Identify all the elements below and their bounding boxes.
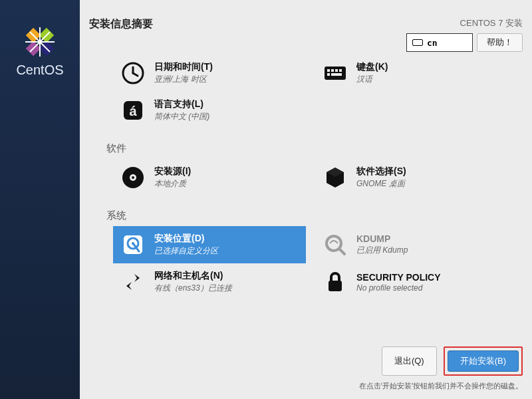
svg-text:á: á <box>129 104 137 118</box>
footer-buttons: 退出(Q) 开始安装(B) <box>382 346 523 376</box>
svg-rect-15 <box>339 69 342 72</box>
spoke-subtitle: 有线（ens33）已连接 <box>154 283 232 294</box>
header: 安装信息摘要 CENTOS 7 安装 cn 帮助！ <box>80 0 532 55</box>
centos-logo <box>23 25 57 59</box>
disc-icon <box>120 164 146 191</box>
spoke-install-source[interactable]: 安装源(I) 本地介质 <box>113 159 306 196</box>
spoke-datetime[interactable]: 日期和时间(T) 亚洲/上海 时区 <box>113 55 306 92</box>
keyboard-layout-indicator[interactable]: cn <box>406 33 473 52</box>
spoke-title: 日期和时间(T) <box>154 61 213 73</box>
spoke-title: 网络和主机名(N) <box>154 270 232 282</box>
footer: 退出(Q) 开始安装(B) 在点击'开始安装'按钮前我们并不会操作您的磁盘。 <box>359 346 523 391</box>
row-localization-2: á 语言支持(L) 简体中文 (中国) <box>113 92 523 129</box>
header-right: CENTOS 7 安装 cn 帮助！ <box>406 17 523 52</box>
spoke-software-selection[interactable]: 软件选择(S) GNOME 桌面 <box>315 159 508 196</box>
spoke-title: 软件选择(S) <box>356 166 406 178</box>
svg-rect-17 <box>331 73 342 76</box>
spoke-title: 安装位置(D) <box>154 233 218 245</box>
svg-rect-12 <box>327 69 330 72</box>
spoke-subtitle: 本地介质 <box>154 178 191 190</box>
keyboard-icon <box>322 60 348 86</box>
svg-point-22 <box>132 176 134 179</box>
top-controls: cn 帮助！ <box>406 33 523 52</box>
spoke-kdump[interactable]: KDUMP 已启用 Kdump <box>315 226 508 263</box>
spoke-title: 键盘(K) <box>356 61 388 73</box>
spoke-subtitle: 简体中文 (中国) <box>154 111 209 122</box>
spoke-network[interactable]: 网络和主机名(N) 有线（ens33）已连接 <box>113 263 306 301</box>
row-system-2: 网络和主机名(N) 有线（ens33）已连接 SECURITY POLICY N… <box>113 263 523 301</box>
svg-rect-13 <box>331 69 334 72</box>
begin-install-button[interactable]: 开始安装(B) <box>448 350 519 372</box>
spoke-title: SECURITY POLICY <box>356 272 441 283</box>
harddisk-icon <box>120 231 146 258</box>
spoke-title: 语言支持(L) <box>154 98 209 110</box>
keyboard-icon <box>412 39 423 46</box>
svg-line-10 <box>133 73 138 76</box>
language-icon: á <box>120 97 146 124</box>
footer-hint: 在点击'开始安装'按钮前我们并不会操作您的磁盘。 <box>359 381 523 391</box>
svg-rect-16 <box>327 73 330 76</box>
product-label: CENTOS 7 安装 <box>406 17 523 29</box>
lock-icon <box>322 269 348 295</box>
clock-icon <box>120 60 146 86</box>
spoke-title: KDUMP <box>356 233 408 244</box>
quit-button[interactable]: 退出(Q) <box>382 346 437 376</box>
spoke-subtitle: 已选择自定义分区 <box>154 245 218 257</box>
content: 日期和时间(T) 亚洲/上海 时区 键盘(K) 汉语 á <box>80 55 532 301</box>
svg-line-28 <box>339 249 344 254</box>
brand-text: CentOS <box>16 63 63 78</box>
spoke-subtitle: GNOME 桌面 <box>356 178 406 190</box>
kdump-icon <box>322 231 348 258</box>
spoke-keyboard[interactable]: 键盘(K) 汉语 <box>315 55 508 92</box>
spoke-title: 安装源(I) <box>154 166 191 178</box>
row-system-1: 安装位置(D) 已选择自定义分区 KDUMP 已启用 Kdump <box>113 226 523 263</box>
spoke-subtitle: No profile selected <box>356 283 441 293</box>
network-icon <box>120 269 146 295</box>
spoke-subtitle: 亚洲/上海 时区 <box>154 74 213 85</box>
lang-code: cn <box>427 38 438 48</box>
sidebar: CentOS <box>0 0 80 399</box>
row-localization-1: 日期和时间(T) 亚洲/上海 时区 键盘(K) 汉语 <box>113 55 523 92</box>
svg-rect-29 <box>329 281 342 291</box>
help-button[interactable]: 帮助！ <box>477 33 523 52</box>
spoke-security-policy[interactable]: SECURITY POLICY No profile selected <box>315 263 508 301</box>
section-software: 软件 <box>106 142 523 155</box>
spoke-language-support[interactable]: á 语言支持(L) 简体中文 (中国) <box>113 92 306 129</box>
spoke-install-destination[interactable]: 安装位置(D) 已选择自定义分区 <box>113 226 306 263</box>
begin-highlight: 开始安装(B) <box>444 346 523 376</box>
main-panel: 安装信息摘要 CENTOS 7 安装 cn 帮助！ 日期和时间(T) 亚洲/上海 <box>80 0 532 399</box>
section-system: 系统 <box>106 209 523 222</box>
row-software: 安装源(I) 本地介质 软件选择(S) GNOME 桌面 <box>113 159 523 196</box>
svg-rect-14 <box>335 69 338 72</box>
spoke-subtitle: 已启用 Kdump <box>356 245 408 256</box>
spoke-subtitle: 汉语 <box>356 74 388 85</box>
package-icon <box>322 164 348 191</box>
page-title: 安装信息摘要 <box>89 17 153 52</box>
